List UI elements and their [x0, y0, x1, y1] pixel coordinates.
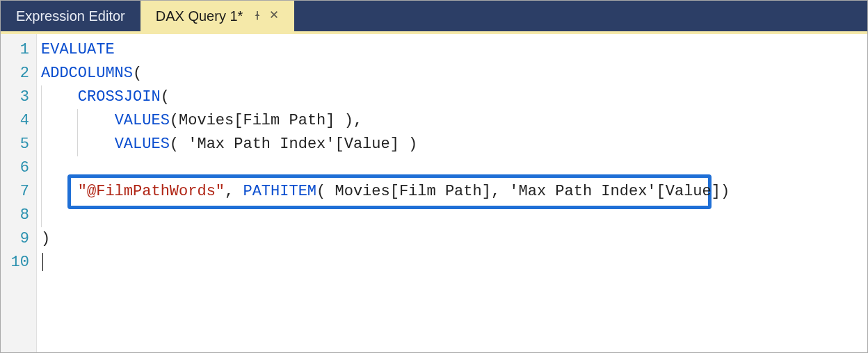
- identifier: Movies[Film Path]: [335, 183, 490, 200]
- tab-label: Expression Editor: [16, 8, 125, 24]
- function-name: PATHITEM: [243, 183, 316, 200]
- punctuation: ,: [225, 183, 243, 200]
- punctuation: (: [133, 65, 142, 82]
- line-number-gutter: 1 2 3 4 5 6 7 8 9 10: [1, 34, 37, 352]
- code-line-2[interactable]: ADDCOLUMNS(: [41, 62, 867, 85]
- identifier: Movies[Film Path]: [179, 112, 335, 129]
- punctuation: (: [161, 88, 170, 106]
- code-pane[interactable]: EVALUATE ADDCOLUMNS( CROSSJOIN( VALUES(M…: [37, 34, 867, 352]
- line-number: 3: [1, 85, 36, 109]
- close-icon[interactable]: [269, 10, 279, 22]
- code-line-10[interactable]: [41, 251, 867, 274]
- punctuation: (: [316, 183, 335, 200]
- function-name: ADDCOLUMNS: [41, 65, 133, 82]
- function-name: VALUES: [115, 136, 170, 153]
- keyword: EVALUATE: [41, 41, 115, 58]
- line-number: 1: [1, 38, 36, 62]
- punctuation: ): [721, 183, 730, 200]
- line-number: 6: [1, 156, 36, 180]
- code-line-1[interactable]: EVALUATE: [41, 38, 867, 62]
- code-line-9[interactable]: ): [41, 227, 867, 251]
- pin-icon[interactable]: [252, 10, 262, 22]
- punctuation: ,: [491, 183, 509, 200]
- line-number: 9: [1, 227, 36, 251]
- line-number: 4: [1, 109, 36, 133]
- code-line-8[interactable]: [41, 204, 867, 227]
- code-line-5[interactable]: VALUES( 'Max Path Index'[Value] ): [41, 133, 867, 156]
- line-number: 2: [1, 62, 36, 85]
- tab-label: DAX Query 1*: [156, 8, 243, 24]
- punctuation: ): [41, 230, 50, 247]
- code-line-7[interactable]: "@FilmPathWords", PATHITEM( Movies[Film …: [41, 180, 867, 204]
- function-name: CROSSJOIN: [78, 88, 161, 106]
- punctuation: ): [399, 136, 417, 153]
- tab-expression-editor[interactable]: Expression Editor: [1, 1, 140, 31]
- line-number: 10: [1, 251, 36, 274]
- punctuation: ),: [335, 112, 362, 129]
- line-number: 5: [1, 133, 36, 156]
- identifier: 'Max Path Index'[Value]: [509, 183, 721, 200]
- string-literal: "@FilmPathWords": [78, 183, 225, 200]
- code-line-4[interactable]: VALUES(Movies[Film Path] ),: [41, 109, 867, 133]
- line-number: 8: [1, 204, 36, 227]
- punctuation: (: [170, 136, 188, 153]
- identifier: 'Max Path Index'[Value]: [188, 136, 399, 153]
- tab-bar: Expression Editor DAX Query 1*: [1, 1, 867, 34]
- tab-dax-query-1[interactable]: DAX Query 1*: [140, 1, 295, 31]
- code-line-3[interactable]: CROSSJOIN(: [41, 85, 867, 109]
- function-name: VALUES: [115, 112, 170, 129]
- punctuation: (: [170, 112, 179, 129]
- editor-area[interactable]: 1 2 3 4 5 6 7 8 9 10 EVALUATE ADDCOLUMNS…: [1, 34, 867, 352]
- text-caret: [42, 253, 43, 271]
- line-number: 7: [1, 180, 36, 204]
- dax-editor-window: Expression Editor DAX Query 1* 1 2 3 4 5…: [0, 0, 868, 353]
- code-line-6[interactable]: ): [41, 156, 867, 180]
